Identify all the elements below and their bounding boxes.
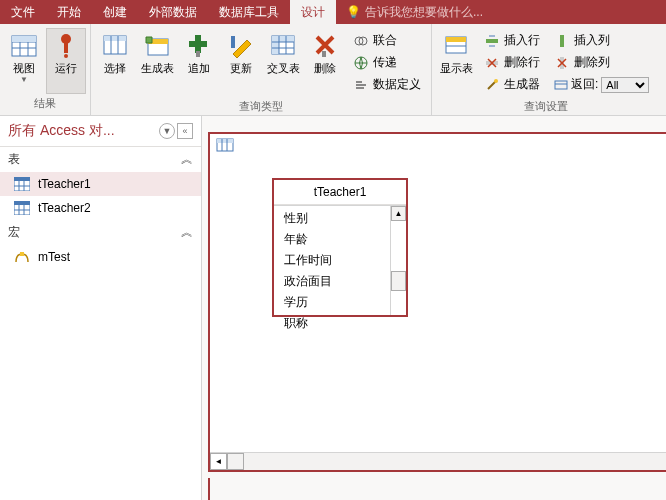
group-results-label: 结果	[4, 94, 86, 113]
return-icon	[554, 78, 568, 92]
svg-rect-18	[231, 36, 235, 48]
collapse-icon[interactable]: «	[177, 123, 193, 139]
nav-item-label: tTeacher1	[38, 177, 91, 191]
append-button[interactable]: 追加	[179, 28, 219, 94]
maketable-label: 生成表	[141, 62, 174, 75]
scroll-thumb[interactable]	[391, 271, 406, 291]
table-fields: 性别 年龄 工作时间 政治面目 学历 职称	[274, 206, 406, 336]
insertrow-icon	[484, 33, 500, 49]
nav-item-label: tTeacher2	[38, 201, 91, 215]
scroll-track[interactable]	[227, 453, 244, 470]
query-icon	[216, 138, 234, 154]
view-button[interactable]: 视图 ▼	[4, 28, 44, 94]
ribbon-tabs: 文件 开始 创建 外部数据 数据库工具 设计 💡 告诉我您想要做什么...	[0, 0, 666, 24]
datadef-icon	[353, 77, 369, 93]
tab-external[interactable]: 外部数据	[138, 0, 208, 24]
nav-item-label: mTest	[38, 250, 70, 264]
builder-button[interactable]: 生成器	[480, 74, 544, 95]
insertcol-icon	[554, 33, 570, 49]
tab-home[interactable]: 开始	[46, 0, 92, 24]
svg-rect-17	[196, 51, 200, 57]
tab-design[interactable]: 设计	[290, 0, 336, 24]
return-select[interactable]: All	[601, 77, 649, 93]
design-canvas[interactable]: tTeacher1 性别 年龄 工作时间 政治面目 学历 职称 ▲	[202, 116, 666, 500]
group-qtype-label: 查询类型	[95, 97, 427, 116]
crosstab-label: 交叉表	[267, 62, 300, 75]
main-area: 所有 Access 对... ▼ « 表︽ tTeacher1 tTeacher…	[0, 116, 666, 500]
table-icon	[14, 177, 30, 191]
deleterow-icon	[484, 55, 500, 71]
deletecol-button[interactable]: 删除列	[550, 52, 653, 73]
table-tteacher1[interactable]: tTeacher1 性别 年龄 工作时间 政治面目 学历 职称 ▲	[272, 178, 408, 317]
group-setup-label: 查询设置	[436, 97, 655, 116]
nav-section-tables[interactable]: 表︽	[0, 147, 201, 172]
passthrough-button[interactable]: 传递	[349, 52, 425, 73]
ribbon: 视图 ▼ 运行 结果 选择 生成表 追加	[0, 24, 666, 116]
maketable-button[interactable]: 生成表	[137, 28, 177, 94]
delete-button[interactable]: 删除	[305, 28, 345, 94]
field-item[interactable]: 性别	[274, 208, 406, 229]
field-item[interactable]: 政治面目	[274, 271, 406, 292]
svg-rect-26	[322, 51, 326, 57]
tab-dbtools[interactable]: 数据库工具	[208, 0, 290, 24]
nav-item-tteacher2[interactable]: tTeacher2	[0, 196, 201, 220]
group-results: 视图 ▼ 运行 结果	[0, 24, 91, 115]
chevron-up-icon: ︽	[181, 224, 193, 241]
table-icon	[14, 201, 30, 215]
svg-rect-10	[104, 36, 126, 41]
field-item[interactable]: 职称	[274, 313, 406, 334]
datadef-button[interactable]: 数据定义	[349, 74, 425, 95]
nav-item-tteacher1[interactable]: tTeacher1	[0, 172, 201, 196]
svg-rect-38	[555, 81, 567, 89]
select-label: 选择	[104, 62, 126, 75]
run-button[interactable]: 运行	[46, 28, 86, 94]
union-button[interactable]: 联合	[349, 30, 425, 51]
insertcol-button[interactable]: 插入列	[550, 30, 653, 51]
view-label: 视图	[13, 62, 35, 75]
h-scrollbar[interactable]: ◄	[210, 452, 666, 470]
showtable-button[interactable]: 显示表	[436, 28, 476, 94]
maketable-icon	[143, 32, 171, 60]
dropdown-icon: ▼	[20, 75, 28, 84]
table-title: tTeacher1	[274, 180, 406, 205]
delete-label: 删除	[314, 62, 336, 75]
group-querytype: 选择 生成表 追加 更新 交叉表 删除 联合	[91, 24, 432, 115]
union-icon	[353, 33, 369, 49]
nav-title: 所有 Access 对...	[8, 122, 157, 140]
field-item[interactable]: 年龄	[274, 229, 406, 250]
delete-icon	[311, 32, 339, 60]
svg-point-6	[61, 34, 71, 44]
field-item[interactable]: 工作时间	[274, 250, 406, 271]
select-button[interactable]: 选择	[95, 28, 135, 94]
design-grid-edge	[208, 478, 666, 500]
svg-rect-52	[217, 139, 233, 143]
run-label: 运行	[55, 62, 77, 75]
nav-item-mtest[interactable]: mTest	[0, 245, 201, 269]
update-icon	[227, 32, 255, 60]
svg-rect-7	[64, 43, 68, 53]
svg-rect-46	[14, 201, 30, 205]
tell-me-label: 告诉我您想要做什么...	[365, 4, 483, 21]
tell-me-search[interactable]: 💡 告诉我您想要做什么...	[336, 0, 493, 24]
update-button[interactable]: 更新	[221, 28, 261, 94]
nav-header[interactable]: 所有 Access 对... ▼ «	[0, 116, 201, 147]
svg-point-8	[64, 54, 68, 58]
svg-point-35	[494, 79, 498, 83]
chevron-up-icon: ︽	[181, 151, 193, 168]
scroll-up-icon[interactable]: ▲	[391, 206, 406, 221]
field-item[interactable]: 学历	[274, 292, 406, 313]
svg-rect-36	[560, 35, 564, 47]
deleterow-button[interactable]: 删除行	[480, 52, 544, 73]
tab-create[interactable]: 创建	[92, 0, 138, 24]
insertrow-button[interactable]: 插入行	[480, 30, 544, 51]
group-setup: 显示表 插入行 删除行 生成器 插入列 删除列 返回: All 查询设置	[432, 24, 659, 115]
tab-file[interactable]: 文件	[0, 0, 46, 24]
chevron-down-icon[interactable]: ▼	[159, 123, 175, 139]
table-scrollbar[interactable]: ▲	[390, 206, 406, 315]
crosstab-button[interactable]: 交叉表	[263, 28, 303, 94]
deletecol-icon	[554, 55, 570, 71]
nav-section-macros[interactable]: 宏︽	[0, 220, 201, 245]
append-label: 追加	[188, 62, 210, 75]
bulb-icon: 💡	[346, 5, 361, 19]
scroll-left-icon[interactable]: ◄	[210, 453, 227, 470]
